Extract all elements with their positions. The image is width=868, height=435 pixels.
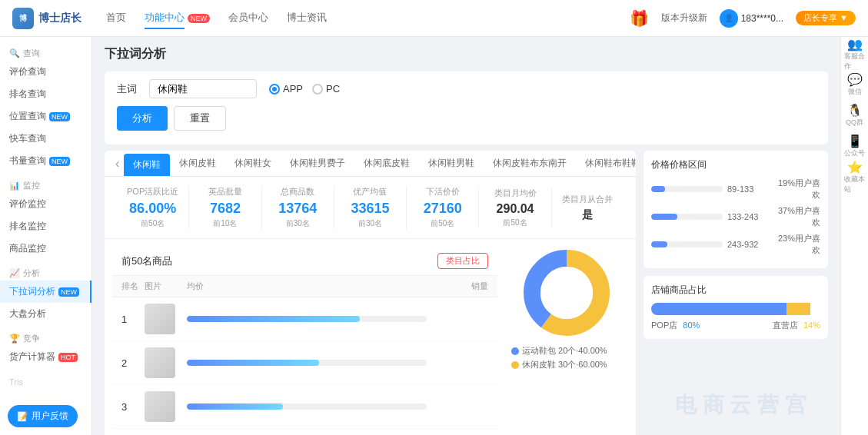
radio-app[interactable]: APP (269, 83, 303, 95)
top-nav: 博 博士店长 首页 功能中心 NEW 会员中心 博士资讯 🎁 版本升级新 👤 1… (0, 0, 868, 37)
rs-icon-team[interactable]: 👥 客服合作 (844, 43, 866, 65)
kw-tab-6[interactable]: 休闲皮鞋布东南开 (484, 151, 576, 176)
stat-active-price: 下活价价 27160 前50名 (407, 186, 479, 229)
kw-tab-1[interactable]: 休闲皮鞋 (170, 151, 225, 176)
kw-tab-2[interactable]: 休闲鞋女 (225, 151, 281, 176)
table-row: 4 (112, 429, 497, 435)
table-container: 前50名商品 类目占比 排名 图片 均价 销量 (112, 247, 497, 435)
rs-icon-star[interactable]: ⭐ 收藏本站 (844, 166, 866, 188)
logo: 博 博士店长 (12, 8, 81, 29)
sidebar-item-rank-query[interactable]: 排名查询 (0, 83, 91, 105)
sidebar-item-calculator[interactable]: 货产计算器 HOT (0, 346, 91, 368)
price-bar-fill-0 (651, 186, 665, 192)
table-chart-area: 前50名商品 类目占比 排名 图片 均价 销量 (105, 239, 636, 435)
upgrade-btn[interactable]: 店长专享 ▼ (796, 11, 856, 25)
user-info: 👤 183****0... (720, 9, 783, 28)
nav-right: 🎁 版本升级新 👤 183****0... 店长专享 ▼ (630, 9, 856, 28)
sidebar-item-position-query[interactable]: 位置查询 NEW (0, 105, 91, 128)
market-bar-pop (651, 303, 787, 315)
right-panel: 价格价格区间 89-133 19%用户喜欢 133-243 37%用户喜欢 (644, 151, 828, 435)
sidebar-section-title-monitor: 📊 监控 (0, 175, 91, 193)
table-row: 2 (112, 341, 497, 385)
star-icon: ⭐ (847, 160, 863, 174)
table-header: 前50名商品 类目占比 (112, 247, 497, 276)
sidebar-item-product-monitor[interactable]: 商品监控 (0, 237, 91, 260)
user-avatar: 👤 (720, 9, 738, 28)
gift-icon[interactable]: 🎁 (630, 9, 649, 28)
monitor-section-icon: 📊 (9, 181, 20, 191)
legend-dot-1 (511, 361, 519, 369)
sidebar-section-competition: 🏆 竞争 货产计算器 HOT (0, 328, 91, 368)
sidebar-item-book-query[interactable]: 书量查询 NEW (0, 150, 91, 172)
right-sidebar: 👥 客服合作 💬 微信 🐧 QQ群 📱 公众号 ⭐ 收藏本站 (840, 37, 868, 435)
search-bar-wrapper: 主词 APP PC 分析 重置 (105, 71, 828, 144)
kw-tab-4[interactable]: 休闲底皮鞋 (354, 151, 419, 176)
col-price: 均价 (187, 281, 427, 292)
price-row-2: 243-932 23%用户喜欢 (651, 233, 820, 256)
sidebar-item-market-analysis[interactable]: 大盘分析 (0, 303, 91, 325)
sidebar-item-rank-monitor[interactable]: 排名监控 (0, 215, 91, 237)
kw-tab-3[interactable]: 休闲鞋男费子 (281, 151, 354, 176)
sidebar-section-query: 🔍 查询 评价查询 排名查询 位置查询 NEW 快车查询 书量查询 NEW (0, 43, 91, 172)
position-query-badge: NEW (49, 112, 70, 121)
kw-tab-0[interactable]: 休闲鞋 (124, 154, 170, 176)
nav-item-news[interactable]: 博士资讯 (287, 8, 327, 29)
keywords-stats-area: ‹ 休闲鞋 休闲皮鞋 休闲鞋女 休闲鞋男费子 休闲底皮鞋 休闲鞋男鞋 休闲皮鞋布… (105, 151, 828, 435)
sidebar-section-monitor: 📊 监控 评价监控 排名监控 商品监控 (0, 175, 91, 260)
feedback-icon: 📝 (17, 411, 28, 422)
nav-badge-new: NEW (188, 14, 210, 23)
sidebar-item-dropdown-analysis[interactable]: 下拉词分析 NEW (0, 281, 91, 303)
competition-section-icon: 🏆 (9, 334, 20, 344)
wechat-icon: 💬 (847, 72, 863, 87)
market-bar-brand (787, 303, 810, 315)
stat-pop-rate: POP活跃比近 86.00% 前50名 (117, 186, 189, 229)
search-input[interactable] (149, 79, 257, 98)
compare-btn[interactable]: 类目占比 (437, 253, 488, 269)
stat-total-products: 总商品数 13764 前30名 (262, 186, 334, 229)
col-thumb: 图片 (145, 281, 187, 292)
rs-icon-wechat[interactable]: 💬 微信 (844, 74, 866, 95)
row-thumb (145, 304, 187, 334)
price-bar-bg-0 (651, 186, 723, 192)
nav-item-functions[interactable]: 功能中心 (145, 8, 185, 29)
nav-item-home[interactable]: 首页 (106, 8, 126, 29)
qq-icon: 🐧 (847, 103, 863, 118)
donut-chart (520, 247, 613, 339)
user-feedback-btn[interactable]: 📝 用户反馈 (8, 405, 78, 427)
analyze-button[interactable]: 分析 (117, 106, 168, 131)
kw-tab-7[interactable]: 休闲鞋布鞋鞋 (576, 151, 636, 176)
nav-item-member[interactable]: 会员中心 (228, 8, 268, 29)
kw-prev-btn[interactable]: ‹ (111, 157, 124, 171)
search-bar: 主词 APP PC (117, 79, 816, 98)
search-label: 主词 (117, 82, 137, 96)
sidebar-item-fast-query[interactable]: 快车查询 (0, 128, 91, 150)
legend-item-1: 休闲皮鞋 30个·60.00% (511, 359, 622, 370)
col-rank: 排名 (121, 281, 145, 292)
price-dist-title: 价格价格区间 (651, 158, 820, 171)
price-bar-bg-2 (651, 241, 723, 247)
sidebar-section-analysis: 📈 分析 下拉词分析 NEW 大盘分析 (0, 263, 91, 325)
table-title: 前50名商品 (121, 254, 172, 268)
sidebar: 🔍 查询 评价查询 排名查询 位置查询 NEW 快车查询 书量查询 NEW (0, 37, 92, 435)
market-pop-label: POP店 80% (651, 320, 700, 331)
col-sales: 销量 (427, 281, 488, 292)
keywords-section: ‹ 休闲鞋 休闲皮鞋 休闲鞋女 休闲鞋男费子 休闲底皮鞋 休闲鞋男鞋 休闲皮鞋布… (105, 151, 636, 435)
tris-label: Tris (0, 371, 91, 393)
price-bar-bg-1 (651, 214, 723, 220)
market-brand-label: 直营店 14% (773, 320, 820, 331)
row-bar (187, 313, 427, 325)
market-panel: 店铺商品占比 POP店 80% 直营店 14% (644, 276, 828, 339)
sidebar-item-review-query[interactable]: 评价查询 (0, 61, 91, 83)
radio-pc[interactable]: PC (312, 83, 340, 95)
reset-button[interactable]: 重置 (174, 106, 226, 131)
nav-item-functions-wrapper: 功能中心 NEW (145, 8, 210, 29)
version-btn[interactable]: 版本升级新 (661, 12, 707, 25)
stats-row: POP活跃比近 86.00% 前50名 英品批量 7682 前10名 总商品数 … (105, 177, 636, 239)
calculator-badge: HOT (58, 353, 78, 362)
rs-icon-public[interactable]: 📱 公众号 (844, 135, 866, 157)
kw-tab-5[interactable]: 休闲鞋男鞋 (419, 151, 484, 176)
sidebar-item-review-monitor[interactable]: 评价监控 (0, 193, 91, 215)
rs-icon-qq[interactable]: 🐧 QQ群 (844, 105, 866, 126)
sidebar-section-title-query: 🔍 查询 (0, 43, 91, 61)
logo-text: 博士店长 (38, 12, 81, 25)
